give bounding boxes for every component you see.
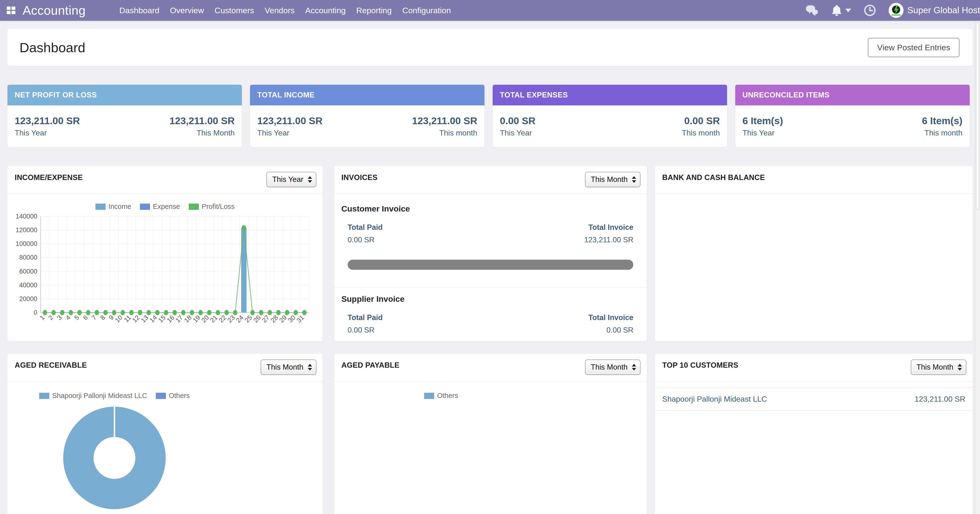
navbar-right: Super Global Host	[805, 3, 980, 18]
svg-text:120000: 120000	[16, 227, 37, 234]
menu-dashboard[interactable]: Dashboard	[114, 0, 164, 21]
kpi-label-month: This month	[412, 129, 477, 137]
kpi-header: NET PROFIT OR LOSS	[8, 85, 242, 105]
panel-title: AGED RECEIVABLE	[15, 361, 87, 370]
legend-item-shapoorji[interactable]: Shapoorji Pallonji Mideast LLC	[39, 392, 147, 400]
scrollbar-thumb[interactable]	[976, 22, 979, 210]
customer-invoice-section: Customer Invoice Total Paid 0.00 SR Tota…	[334, 204, 647, 270]
total-invoice-label: Total Invoice	[584, 223, 633, 232]
svg-text:80000: 80000	[19, 254, 37, 261]
kpi-card-net-profit: NET PROFIT OR LOSS 123,211.00 SR This Ye…	[8, 85, 242, 147]
period-select-invoices[interactable]: This Month	[585, 172, 641, 187]
aged-receivable-donut-chart	[62, 406, 166, 510]
table-row[interactable]: Shapoorji Pallonji Mideast LLC 123,211.0…	[655, 388, 972, 411]
select-arrows-icon	[308, 176, 312, 183]
section-divider	[334, 287, 647, 287]
user-menu[interactable]: Super Global Host	[889, 3, 980, 18]
legend-item-expense[interactable]: Expense	[140, 203, 180, 211]
kpi-value-year: 123,211.00 SR	[15, 115, 80, 126]
kpi-card-total-income: TOTAL INCOME 123,211.00 SR This Year 123…	[250, 85, 484, 147]
invoices-panel: INVOICES This Month Customer Invoice Tot…	[334, 166, 647, 341]
period-select-income-expense[interactable]: This Year	[266, 172, 316, 187]
period-select-aged-receivable[interactable]: This Month	[261, 359, 316, 375]
total-invoice-value: 0.00 SR	[588, 326, 633, 335]
app-name[interactable]: Accounting	[22, 3, 86, 18]
panel-title: INVOICES	[341, 173, 378, 182]
legend-swatch	[39, 393, 49, 399]
svg-text:20000: 20000	[19, 295, 37, 302]
section-heading: Supplier Invoice	[341, 294, 640, 304]
income-expense-panel: INCOME/EXPENSE This Year Income Expense	[8, 166, 323, 341]
svg-text:140000: 140000	[16, 213, 37, 220]
menu-overview[interactable]: Overview	[165, 0, 209, 21]
top-navbar: Accounting Dashboard Overview Customers …	[0, 0, 980, 21]
chart-legend: Income Expense Profit/Loss	[8, 203, 323, 211]
chart-legend: Others	[337, 392, 546, 400]
svg-text:40000: 40000	[19, 281, 37, 289]
view-posted-entries-button[interactable]: View Posted Entries	[868, 38, 959, 57]
panel-title: INCOME/EXPENSE	[15, 173, 83, 182]
menu-reporting[interactable]: Reporting	[351, 0, 397, 21]
total-invoice-label: Total Invoice	[588, 313, 633, 322]
kpi-label-month: This month	[682, 129, 720, 137]
kpi-card-total-expenses: TOTAL EXPENSES 0.00 SR This Year 0.00 SR…	[493, 85, 727, 147]
legend-swatch	[95, 204, 105, 210]
dropdown-caret-icon	[845, 9, 851, 12]
select-value: This Year	[272, 175, 303, 184]
customer-link[interactable]: Shapoorji Pallonji Mideast LLC	[662, 395, 767, 404]
legend-item-profit-loss[interactable]: Profit/Loss	[189, 203, 235, 211]
aged-row: AGED RECEIVABLE This Month Shapoorji Pal…	[8, 354, 972, 514]
section-heading: Customer Invoice	[341, 204, 640, 214]
kpi-header: TOTAL EXPENSES	[493, 85, 727, 105]
svg-text:0: 0	[33, 309, 37, 316]
messages-icon[interactable]	[805, 5, 819, 16]
top-customers-panel: TOP 10 CUSTOMERS This Month Shapoorji Pa…	[655, 354, 972, 514]
user-name: Super Global Host	[907, 5, 980, 15]
period-select-aged-payable[interactable]: This Month	[585, 359, 641, 375]
menu-accounting[interactable]: Accounting	[300, 0, 351, 21]
select-value: This Month	[266, 363, 303, 372]
kpi-value-month: 123,211.00 SR	[412, 115, 477, 126]
charts-row: INCOME/EXPENSE This Year Income Expense	[8, 166, 972, 341]
vertical-scrollbar[interactable]	[975, 21, 980, 514]
kpi-value-year: 6 Item(s)	[743, 115, 783, 126]
svg-text:60000: 60000	[19, 268, 37, 275]
activity-clock-icon[interactable]	[864, 4, 876, 17]
legend-swatch	[140, 204, 150, 210]
customer-amount: 123,211.00 SR	[915, 395, 965, 404]
total-paid-label: Total Paid	[348, 223, 383, 232]
kpi-value-month: 123,211.00 SR	[170, 115, 235, 126]
kpi-label-month: This Month	[170, 129, 235, 137]
kpi-value-month: 0.00 SR	[682, 115, 720, 126]
total-paid-value: 0.00 SR	[348, 326, 383, 335]
total-invoice-value: 123,211.00 SR	[584, 236, 633, 244]
legend-swatch	[189, 204, 199, 210]
menu-vendors[interactable]: Vendors	[259, 0, 300, 21]
legend-item-income[interactable]: Income	[95, 203, 131, 211]
svg-text:100000: 100000	[16, 240, 37, 247]
legend-swatch	[156, 393, 166, 399]
select-arrows-icon	[632, 176, 636, 183]
navbar-left: Accounting Dashboard Overview Customers …	[0, 0, 456, 21]
menu-configuration[interactable]: Configuration	[397, 0, 456, 21]
main-menu: Dashboard Overview Customers Vendors Acc…	[114, 0, 456, 21]
period-select-top-customers[interactable]: This Month	[911, 359, 966, 375]
aged-payable-panel: AGED PAYABLE This Month Others	[334, 354, 647, 514]
select-arrows-icon	[958, 364, 962, 370]
income-expense-chart: 0200004000060000800001000001200001400001…	[12, 213, 315, 341]
panel-title: AGED PAYABLE	[341, 361, 399, 370]
panel-title: BANK AND CASH BALANCE	[662, 173, 765, 182]
select-value: This Month	[591, 175, 627, 184]
select-arrows-icon	[632, 364, 636, 370]
notifications-bell-icon[interactable]	[831, 4, 851, 16]
apps-grid-icon[interactable]	[6, 6, 16, 15]
menu-customers[interactable]: Customers	[209, 0, 259, 21]
dashboard-page: Dashboard View Posted Entries NET PROFIT…	[0, 21, 980, 514]
legend-item-others[interactable]: Others	[424, 392, 458, 400]
kpi-header: TOTAL INCOME	[250, 85, 484, 105]
select-value: This Month	[591, 363, 627, 372]
kpi-value-year: 123,211.00 SR	[257, 115, 323, 126]
page-title: Dashboard	[19, 40, 85, 55]
total-paid-label: Total Paid	[348, 313, 383, 322]
legend-item-others[interactable]: Others	[156, 392, 190, 400]
